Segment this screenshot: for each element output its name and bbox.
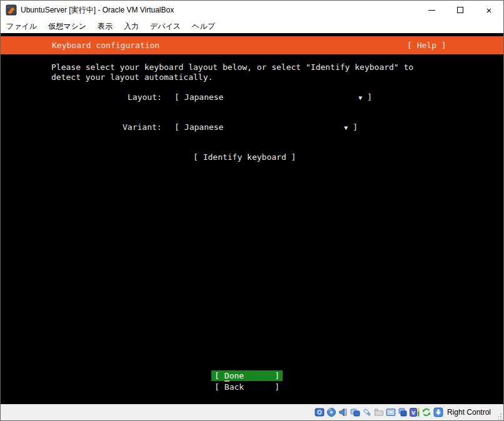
hard-disk-icon[interactable] bbox=[315, 407, 325, 418]
menu-devices[interactable]: デバイス bbox=[144, 19, 186, 34]
open-bracket: [ bbox=[174, 122, 179, 132]
close-bracket: ] bbox=[353, 122, 358, 132]
features-icon[interactable]: V bbox=[410, 407, 420, 418]
open-bracket: [ bbox=[174, 92, 179, 102]
identify-keyboard-button[interactable]: [ Identify keyboard ] bbox=[193, 152, 296, 162]
variant-label: Variant: bbox=[123, 122, 162, 132]
maximize-button[interactable] bbox=[446, 1, 475, 19]
menu-view[interactable]: 表示 bbox=[92, 19, 118, 34]
back-button[interactable]: [ Back ] bbox=[211, 382, 283, 392]
virtualbox-window: UbuntuServer [実行中] - Oracle VM VirtualBo… bbox=[0, 0, 504, 421]
close-bracket: ] bbox=[275, 382, 280, 392]
host-key-icon[interactable] bbox=[433, 407, 444, 418]
menu-input[interactable]: 入力 bbox=[118, 19, 144, 34]
usb-icon[interactable] bbox=[362, 407, 373, 418]
open-bracket: [ bbox=[214, 371, 219, 381]
display-icon[interactable] bbox=[386, 407, 396, 418]
window-controls: × bbox=[417, 1, 503, 19]
open-bracket: [ bbox=[214, 382, 219, 392]
instruction-text-line2: detect your layout automatically. bbox=[51, 72, 213, 82]
done-label: Done bbox=[224, 371, 244, 381]
resize-grip-icon[interactable] bbox=[495, 412, 502, 419]
variant-select[interactable]: [ Japanese ▼ ] bbox=[174, 122, 358, 133]
back-label: Back bbox=[224, 382, 244, 392]
help-button[interactable]: [ Help ] bbox=[407, 41, 446, 51]
layout-label: Layout: bbox=[128, 92, 162, 102]
dropdown-arrow-icon: ▼ bbox=[358, 93, 362, 103]
done-button[interactable]: [ Done ] bbox=[211, 370, 283, 381]
optical-disc-icon[interactable] bbox=[326, 407, 337, 418]
layout-value: Japanese bbox=[184, 92, 224, 102]
layout-select[interactable]: [ Japanese ▼ ] bbox=[174, 92, 372, 103]
network-icon[interactable] bbox=[350, 407, 361, 418]
menu-bar: ファイル 仮想マシン 表示 入力 デバイス ヘルプ bbox=[1, 19, 503, 33]
close-icon: × bbox=[486, 6, 492, 15]
installer-header: Keyboard configuration [ Help ] bbox=[1, 36, 503, 54]
vm-display: Keyboard configuration [ Help ] Please s… bbox=[1, 33, 503, 405]
recording-icon[interactable] bbox=[398, 407, 408, 418]
close-bracket: ] bbox=[367, 92, 372, 102]
close-button[interactable]: × bbox=[475, 1, 503, 19]
shared-folders-icon[interactable] bbox=[374, 407, 385, 418]
menu-file[interactable]: ファイル bbox=[1, 19, 43, 34]
title-bar[interactable]: UbuntuServer [実行中] - Oracle VM VirtualBo… bbox=[1, 1, 503, 19]
close-bracket: ] bbox=[275, 371, 280, 381]
instruction-text-line1: Please select your keyboard layout below… bbox=[51, 62, 413, 72]
audio-icon[interactable] bbox=[338, 407, 349, 418]
dropdown-arrow-icon: ▼ bbox=[344, 123, 348, 133]
status-bar: V Right Control bbox=[1, 404, 503, 420]
mouse-integration-icon[interactable] bbox=[421, 407, 432, 418]
window-title: UbuntuServer [実行中] - Oracle VM VirtualBo… bbox=[21, 5, 174, 16]
minimize-icon bbox=[428, 10, 435, 11]
host-key-label: Right Control bbox=[447, 408, 491, 417]
menu-machine[interactable]: 仮想マシン bbox=[43, 19, 92, 34]
virtualbox-app-icon bbox=[6, 4, 17, 16]
maximize-icon bbox=[457, 7, 463, 13]
menu-help[interactable]: ヘルプ bbox=[186, 19, 221, 34]
variant-value: Japanese bbox=[184, 122, 224, 132]
minimize-button[interactable] bbox=[417, 1, 446, 19]
installer-title: Keyboard configuration bbox=[52, 41, 159, 51]
svg-text:V: V bbox=[411, 409, 416, 416]
